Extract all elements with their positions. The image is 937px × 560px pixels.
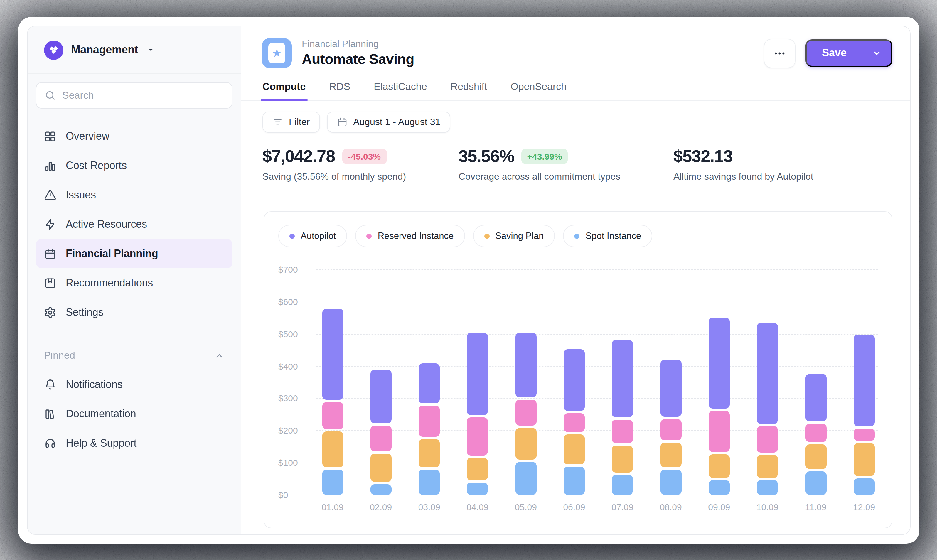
save-button-label: Save (807, 40, 862, 66)
stat-change-badge: -45.03% (342, 149, 386, 165)
caret-down-icon (147, 46, 155, 54)
bar-segment-saving-plan (564, 434, 585, 464)
date-range-button[interactable]: August 1 - August 31 (327, 112, 450, 133)
bar-segment-autopilot (515, 333, 536, 397)
sidebar-item-label: Recommendations (66, 277, 153, 289)
y-axis-tick-label: $100 (278, 458, 311, 468)
bar-segment-saving-plan (805, 444, 826, 469)
sidebar-item-settings[interactable]: Settings (36, 298, 232, 327)
bar-segment-reserved-instance (418, 405, 440, 437)
lightning-icon (44, 218, 56, 231)
star-document-icon: ★ (262, 38, 292, 68)
sidebar-item-cost-reports[interactable]: Cost Reports (36, 151, 232, 180)
stat-alltime-savings: $532.13 Alltime savings found by Autopil… (673, 147, 814, 182)
legend-item-spot-instance[interactable]: Spot Instance (563, 225, 652, 247)
bar-segment-spot-instance (660, 470, 681, 495)
sidebar-item-label: Settings (66, 306, 104, 318)
bar-segment-reserved-instance (612, 420, 633, 443)
sidebar-item-recommendations[interactable]: Recommendations (36, 268, 232, 298)
star-glyph-icon: ★ (272, 47, 282, 58)
sidebar-item-notifications[interactable]: Notifications (36, 370, 232, 399)
tab-rds[interactable]: RDS (329, 81, 350, 100)
pinned-nav: Notifications Documentation Help & Suppo… (28, 370, 241, 458)
chart-legend: AutopilotReserved InstanceSaving PlanSpo… (264, 212, 892, 247)
bar-segment-saving-plan (515, 428, 536, 459)
bar-segment-autopilot (564, 349, 585, 411)
bar-segment-spot-instance (709, 480, 730, 495)
bar-02.09[interactable] (371, 370, 392, 495)
tab-redshift[interactable]: Redshift (451, 81, 487, 100)
page-header: ★ Financial Planning Automate Saving Sav… (241, 26, 910, 68)
sidebar-item-label: Notifications (66, 378, 123, 391)
stats-row: $7,042.78 -45.03% Saving (35.56% of mont… (241, 147, 910, 208)
sidebar-item-financial-planning[interactable]: Financial Planning (36, 239, 232, 268)
y-axis-tick-label: $600 (278, 297, 311, 307)
bar-03.09[interactable] (418, 364, 440, 495)
calendar-icon (337, 117, 347, 128)
legend-item-autopilot[interactable]: Autopilot (278, 225, 347, 247)
sidebar-item-documentation[interactable]: Documentation (36, 399, 232, 429)
y-axis-tick-label: $300 (278, 393, 311, 403)
date-range-label: August 1 - August 31 (353, 117, 440, 128)
pinned-section-header[interactable]: Pinned (28, 338, 241, 365)
bar-segment-spot-instance (515, 462, 536, 495)
save-dropdown-toggle[interactable] (862, 40, 891, 66)
bar-05.09[interactable] (515, 333, 536, 495)
bar-01.09[interactable] (322, 309, 343, 495)
page-title: Automate Saving (302, 51, 414, 68)
bar-segment-reserved-instance (322, 402, 343, 429)
bar-11.09[interactable] (805, 374, 826, 495)
legend-dot-icon (367, 233, 372, 238)
stat-coverage: 35.56% +43.99% Coverage across all commi… (458, 147, 620, 182)
save-button[interactable]: Save (806, 39, 892, 67)
filter-button-label: Filter (289, 117, 310, 128)
tab-elasticache[interactable]: ElastiCache (374, 81, 427, 100)
sidebar-item-label: Documentation (66, 408, 136, 420)
legend-item-saving-plan[interactable]: Saving Plan (473, 225, 555, 247)
bar-09.09[interactable] (709, 318, 730, 495)
y-axis-tick-label: $200 (278, 426, 311, 435)
x-axis-tick-label: 04.09 (457, 502, 498, 512)
bar-segment-spot-instance (564, 467, 585, 495)
bar-segment-saving-plan (467, 458, 488, 480)
stacked-bar-chart: $0$100$200$300$400$500$600$70001.0902.09… (278, 269, 878, 495)
sidebar-item-help-support[interactable]: Help & Support (36, 429, 232, 458)
bar-segment-reserved-instance (854, 429, 875, 440)
sidebar-item-overview[interactable]: Overview (36, 122, 232, 151)
bar-segment-reserved-instance (467, 417, 488, 455)
x-axis-tick-label: 02.09 (360, 502, 402, 512)
ellipsis-icon (773, 47, 786, 60)
bar-segment-reserved-instance (660, 419, 681, 440)
stat-value: $532.13 (673, 147, 732, 166)
bar-04.09[interactable] (467, 333, 488, 495)
filter-button[interactable]: Filter (262, 112, 320, 133)
bar-06.09[interactable] (564, 349, 585, 495)
bar-08.09[interactable] (660, 360, 681, 495)
pinned-label: Pinned (44, 350, 75, 362)
legend-label: Saving Plan (495, 231, 544, 241)
sidebar-item-label: Overview (66, 130, 109, 142)
bell-icon (44, 378, 56, 391)
bar-segment-spot-instance (322, 470, 343, 495)
sidebar-item-label: Issues (66, 189, 96, 201)
sidebar-nav: Overview Cost Reports Issues Active Reso… (28, 122, 241, 327)
more-options-button[interactable] (764, 38, 795, 68)
legend-dot-icon (484, 233, 489, 238)
bar-10.09[interactable] (757, 323, 778, 495)
bar-segment-saving-plan (709, 454, 730, 478)
tab-compute[interactable]: Compute (262, 81, 306, 100)
workspace-switcher[interactable]: Management (28, 26, 241, 74)
legend-item-reserved-instance[interactable]: Reserved Instance (355, 225, 465, 247)
bar-segment-saving-plan (612, 446, 633, 472)
bar-12.09[interactable] (854, 335, 875, 495)
x-axis-tick-label: 03.09 (409, 502, 450, 512)
tab-opensearch[interactable]: OpenSearch (511, 81, 566, 100)
bar-07.09[interactable] (612, 340, 633, 495)
sidebar-item-active-resources[interactable]: Active Resources (36, 209, 232, 239)
bar-segment-reserved-instance (757, 426, 778, 453)
workspace-name: Management (71, 43, 138, 56)
search-input[interactable] (62, 89, 224, 101)
bar-segment-spot-instance (757, 480, 778, 495)
search-icon (45, 90, 56, 101)
sidebar-item-issues[interactable]: Issues (36, 180, 232, 209)
